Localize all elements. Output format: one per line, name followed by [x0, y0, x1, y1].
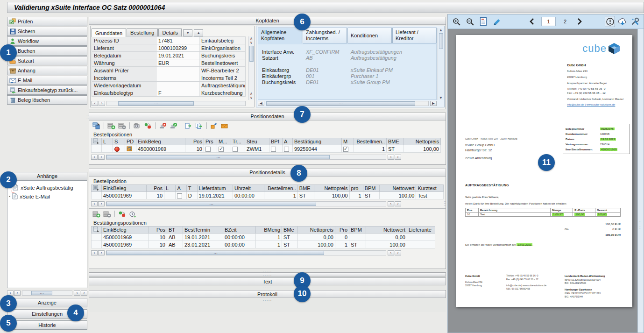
highlighter-icon[interactable] — [492, 16, 502, 27]
tools-icon[interactable] — [630, 16, 640, 27]
cell-bmeng[interactable]: 1 — [256, 234, 282, 241]
scroll-right-icon[interactable]: › — [395, 250, 401, 255]
column-header[interactable]: Steu — [245, 138, 269, 145]
cell-lieferdatum[interactable]: 19.01.2021 — [197, 192, 233, 199]
cell-bpm[interactable]: ST — [363, 192, 379, 199]
scroll-right-icon[interactable]: › — [98, 155, 105, 160]
text-section-header[interactable]: Text — [89, 277, 446, 285]
cell-nettowert[interactable]: 100,00 — [366, 241, 407, 248]
column-header[interactable]: Pos — [185, 138, 204, 145]
table-row[interactable]: 4500001969 10 ZWM1 99259044 1 ST 100,00 — [92, 145, 441, 153]
cell-bzeit[interactable]: 00:00:00 — [223, 241, 256, 248]
field-value[interactable]: AB — [306, 55, 351, 61]
cell-pos[interactable]: 10 — [149, 234, 167, 241]
column-header[interactable]: Nettopreis — [298, 227, 335, 234]
row-selector[interactable] — [92, 145, 102, 153]
column-header[interactable]: Bestätigung — [293, 138, 342, 145]
bestellpositionen-hscrollbar[interactable]: ‹› ⋯ ‹› — [91, 154, 444, 160]
display-icon[interactable] — [132, 121, 142, 130]
field-value[interactable]: XF_CONFIRM — [306, 49, 351, 55]
row-selector[interactable] — [92, 241, 102, 248]
swap-status-icon[interactable] — [117, 210, 127, 218]
copy-item-icon[interactable] — [184, 121, 193, 130]
scroll-left-icon[interactable]: ‹ — [92, 101, 98, 106]
scroll-left-icon[interactable]: ‹ — [388, 155, 394, 160]
checkbox-icon[interactable] — [271, 147, 276, 152]
field-value[interactable]: 001 — [306, 73, 351, 79]
cell-besttermin[interactable]: 19.01.2021 — [183, 234, 223, 241]
sidebar-splitter-grip[interactable]: ······ — [86, 114, 89, 120]
field-value[interactable]: F — [156, 89, 199, 97]
cell-pro[interactable]: 1 — [335, 241, 349, 248]
cell-bpf[interactable] — [269, 145, 283, 153]
viewer-side-strip[interactable]: ····· — [637, 29, 644, 333]
grid-row[interactable]: Auswahl PrüferWF-Bearbeiter 2 — [92, 67, 246, 74]
positionsdaten-section-header[interactable]: Positionsdaten — [89, 113, 446, 120]
page-2-label[interactable]: 2 — [560, 19, 570, 24]
tab-bestellung[interactable]: Bestellung — [127, 28, 158, 36]
checkbox-icon[interactable] — [233, 147, 238, 152]
cell-nettopreis[interactable]: 100,00 — [298, 241, 335, 248]
splitter-grip[interactable]: ····· — [89, 109, 446, 113]
cell-tr[interactable] — [231, 145, 245, 153]
cell-pos[interactable]: 10 — [146, 192, 164, 199]
kopfdaten-detail-vscrollbar[interactable]: ▲▼ — [438, 28, 444, 100]
cell-l[interactable] — [102, 145, 113, 153]
protokoll-section-header[interactable]: Protokoll — [89, 290, 446, 298]
cell-lieferant[interactable] — [407, 241, 435, 248]
column-header[interactable]: A — [176, 185, 186, 192]
scroll-left-icon[interactable]: ‹ — [74, 290, 80, 296]
column-header[interactable]: pro — [349, 185, 363, 192]
cell-pro[interactable]: 1 — [349, 192, 363, 199]
table-row[interactable]: 4500001969 10 AB 19.01.2021 00:00:00 1 S… — [92, 234, 435, 241]
cell-bestellmenge[interactable]: 1 — [264, 192, 297, 199]
scroll-right-icon[interactable]: › — [99, 101, 105, 106]
checkbox-checked-icon[interactable] — [219, 147, 224, 152]
sidebar-button-pruefen[interactable]: Prüfen — [7, 17, 87, 26]
scroll-right-icon[interactable]: › — [81, 290, 87, 296]
cell-nettopreis[interactable]: 0,00 — [298, 234, 335, 241]
field-value[interactable]: DE01 — [306, 79, 351, 85]
scroll-left-icon[interactable]: ‹ — [91, 250, 98, 255]
positionsdetails-section-header[interactable]: Positionsdetails — [89, 169, 446, 177]
cell-bestaetigung[interactable]: 99259044 — [293, 145, 342, 153]
cell-lieferant[interactable] — [407, 234, 435, 241]
grid-row[interactable]: Prozess ID17481Einkaufsbeleg — [92, 37, 246, 44]
column-header[interactable]: Pro — [335, 227, 349, 234]
column-header[interactable]: Nettowert — [366, 227, 407, 234]
column-header[interactable]: Prs — [204, 138, 217, 145]
column-header[interactable]: L — [164, 185, 176, 192]
field-value[interactable]: 1000100299 — [156, 44, 199, 52]
sidebar-button-beleg-loeschen[interactable]: Beleg löschen — [7, 95, 87, 105]
kopfdaten-section-header[interactable]: Kopfdaten — [89, 17, 446, 25]
scroll-left-icon[interactable]: ‹ — [91, 155, 98, 160]
attachments-panel-header[interactable]: Anhänge — [7, 172, 87, 181]
zoom-out-icon[interactable] — [465, 16, 475, 27]
field-value[interactable] — [156, 74, 199, 82]
delete-row-icon[interactable] — [102, 210, 112, 218]
cell-bzeit[interactable]: 00:00:00 — [223, 234, 256, 241]
next-page-icon[interactable] — [574, 16, 585, 27]
field-value[interactable]: 17481 — [156, 37, 199, 44]
cell-pd[interactable] — [125, 145, 136, 153]
sidebar-button-buchen[interactable]: Buchen — [7, 46, 87, 56]
field-value[interactable]: 19.01.2021 — [156, 52, 199, 59]
tab-zahlungsbed-incoterms[interactable]: Zahlungsbed. / Incoterms — [303, 28, 347, 43]
tab-lieferant-kreditor[interactable]: Lieferant / Kreditor — [392, 28, 437, 43]
zoom-in-icon[interactable] — [451, 16, 461, 27]
column-header[interactable]: S — [113, 138, 125, 145]
cell-m2[interactable] — [342, 145, 354, 153]
column-header[interactable]: Pos — [149, 227, 167, 234]
grid-row[interactable]: WiedervorlagedatumAuftragsbestätigung — [92, 82, 246, 89]
scroll-right-icon[interactable]: › — [98, 250, 105, 255]
tab-konditionen[interactable]: Konditionen — [347, 28, 392, 43]
cell-nettopreis[interactable]: 100,00 — [403, 145, 441, 153]
send-mail-icon[interactable] — [220, 121, 230, 130]
kopfdaten-detail-hscrollbar[interactable]: ◄ ⋯ ► — [258, 100, 437, 106]
cell-steu[interactable]: ZWM1 — [245, 145, 269, 153]
main-viewer-splitter-grip[interactable]: ······ — [444, 201, 446, 206]
delete-row-icon[interactable] — [117, 121, 127, 130]
column-header[interactable]: Lieferdatum — [197, 185, 233, 192]
scroll-right-icon[interactable]: › — [395, 155, 401, 160]
add-row-icon[interactable] — [106, 121, 116, 130]
